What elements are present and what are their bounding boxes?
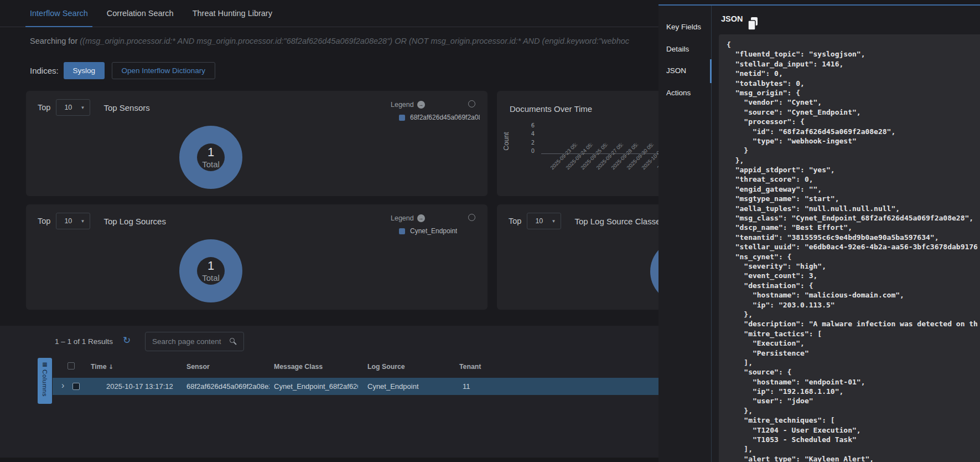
row-checkbox[interactable]	[72, 383, 80, 390]
top-log-source-classes-donut-chart	[650, 240, 658, 303]
flyout-nav-key-fields[interactable]: Key Fields	[666, 23, 701, 31]
legend-label: Legend	[391, 101, 414, 109]
top-count-value: 10	[535, 217, 543, 225]
top-count-value: 10	[64, 217, 72, 225]
top-log-sources-header: Top 10 ▼ Top Log Sources	[38, 213, 166, 229]
syslog-index-button[interactable]: Syslog	[64, 62, 105, 79]
cell-log-source: Cynet_Endpoint	[367, 382, 419, 391]
select-all-checkbox[interactable]	[68, 362, 75, 369]
donut-segment[interactable]	[650, 240, 658, 303]
documents-over-time-card: Documents Over Time Count 6420 2025-09-2…	[497, 91, 658, 196]
top-log-sources-title: Top Log Sources	[103, 217, 166, 226]
chevron-down-icon: ▼	[80, 105, 85, 110]
y-axis-label: Count	[502, 125, 510, 158]
page-search-input[interactable]	[146, 332, 243, 351]
refresh-icon[interactable]: ↻	[123, 335, 131, 346]
expand-row-icon[interactable]: ›	[61, 381, 64, 391]
top-label: Top	[509, 217, 521, 225]
card-option-radio[interactable]	[468, 214, 475, 221]
tab-threat-hunting-library[interactable]: Threat Hunting Library	[193, 0, 272, 27]
columns-tab-button[interactable]: ▦ Columns	[38, 358, 52, 404]
top-log-source-classes-card: Top 10 ▼ Top Log Source Classes	[497, 204, 658, 310]
column-header-tenant[interactable]: Tenant	[459, 363, 481, 371]
top-sensors-title: Top Sensors	[103, 103, 149, 112]
indices-row: Indices: Syslog Open Interflow Dictionar…	[30, 62, 215, 79]
top-log-source-classes-header: Top 10 ▼ Top Log Source Classes	[509, 213, 658, 229]
x-axis-tick-labels: 2025-09-23 05:2025-09-24 05:2025-09-25 0…	[545, 156, 658, 162]
chevron-down-icon: ▼	[551, 219, 556, 224]
results-table-header: Time ↓ Sensor Message Class Log Source T…	[53, 359, 658, 376]
search-summary: Searching for ((msg_origin.processor.id:…	[30, 37, 656, 45]
top-label: Top	[38, 217, 50, 225]
tab-correlation-search[interactable]: Correlation Search	[107, 0, 174, 27]
top-sensors-donut-chart: 1 Total	[179, 126, 242, 189]
column-header-sensor[interactable]: Sensor	[186, 363, 210, 371]
donut-segment[interactable]	[179, 126, 242, 189]
cell-message-class: Cynet_Endpoint_68f2af626d45a069f2a08e28	[274, 382, 358, 391]
top-sensors-card: Top 10 ▼ Top Sensors Legend → 68f2af626d…	[26, 91, 488, 196]
top-log-sources-donut-chart: 1 Total	[179, 239, 242, 302]
top-count-select[interactable]: 10 ▼	[527, 213, 561, 229]
column-header-message-class[interactable]: Message Class	[274, 363, 323, 371]
top-label: Top	[38, 103, 50, 112]
flyout-nav-json[interactable]: JSON	[666, 66, 686, 75]
legend-item-label: Cynet_Endpoint	[410, 227, 457, 235]
y-axis-ticks: 6420	[522, 122, 535, 157]
copy-icon[interactable]	[747, 17, 759, 31]
flyout-nav-actions[interactable]: Actions	[666, 89, 691, 97]
open-interflow-dictionary-button[interactable]: Open Interflow Dictionary	[112, 62, 215, 79]
search-icon	[230, 338, 235, 343]
grid-icon: ▦	[42, 361, 47, 368]
tab-interflow-search[interactable]: Interflow Search	[30, 0, 88, 27]
documents-over-time-title: Documents Over Time	[510, 104, 592, 114]
json-code-block: { "fluentd_topic": "syslogjson", "stella…	[719, 34, 980, 462]
page-search-box	[145, 332, 244, 351]
app-root: Interflow Search Correlation Search Thre…	[0, 0, 980, 462]
legend-toggle[interactable]: Legend →	[391, 101, 425, 109]
flyout-nav-details[interactable]: Details	[666, 45, 689, 53]
top-count-select[interactable]: 10 ▼	[56, 213, 90, 229]
card-option-radio[interactable]	[468, 100, 475, 107]
legend-item[interactable]: 68f2af626d45a069f2a08e28	[399, 114, 480, 121]
top-tab-bar: Interflow Search Correlation Search Thre…	[0, 0, 658, 27]
column-header-log-source[interactable]: Log Source	[367, 363, 405, 371]
top-sensors-header: Top 10 ▼ Top Sensors	[38, 99, 150, 116]
search-query-text: ((msg_origin.processor.id:* AND msg_orig…	[80, 37, 629, 45]
indices-label: Indices:	[30, 66, 59, 75]
legend-item-label: 68f2af626d45a069f2a08e28	[410, 114, 480, 121]
sort-descending-icon: ↓	[108, 363, 113, 371]
main-content: Interflow Search Correlation Search Thre…	[0, 0, 658, 462]
column-header-time[interactable]: Time ↓	[91, 363, 113, 371]
legend-arrow-icon: →	[417, 214, 425, 222]
legend-label: Legend	[391, 214, 414, 222]
legend-item[interactable]: Cynet_Endpoint	[399, 227, 480, 235]
columns-tab-label: Columns	[42, 369, 48, 397]
search-summary-prefix: Searching for	[30, 37, 80, 45]
cell-time: 2025-10-17 13:17:12	[106, 382, 173, 391]
json-panel: JSON { "fluentd_topic": "syslogjson", "s…	[712, 6, 980, 462]
record-detail-flyout: Key Fields Details JSON Actions JSON { "…	[658, 4, 980, 462]
donut-segment[interactable]	[179, 239, 242, 302]
legend-swatch	[399, 115, 405, 121]
top-log-source-classes-title: Top Log Source Classes	[574, 217, 658, 226]
top-count-value: 10	[64, 104, 72, 111]
chevron-down-icon: ▼	[80, 219, 85, 224]
legend-toggle[interactable]: Legend →	[391, 214, 425, 222]
legend-arrow-icon: →	[417, 101, 425, 109]
cell-tenant: 11	[463, 382, 470, 391]
cell-sensor: 68f2af626d45a069f2a08e28	[186, 382, 269, 391]
json-panel-title: JSON	[721, 14, 743, 23]
bottom-strip	[0, 458, 658, 462]
results-count: 1 – 1 of 1 Results	[55, 337, 113, 346]
legend-swatch	[399, 228, 405, 234]
top-count-select[interactable]: 10 ▼	[56, 99, 90, 116]
table-row[interactable]: › 2025-10-17 13:17:12 68f2af626d45a069f2…	[53, 378, 658, 395]
top-log-sources-card: Top 10 ▼ Top Log Sources Legend → Cynet_…	[26, 204, 488, 310]
